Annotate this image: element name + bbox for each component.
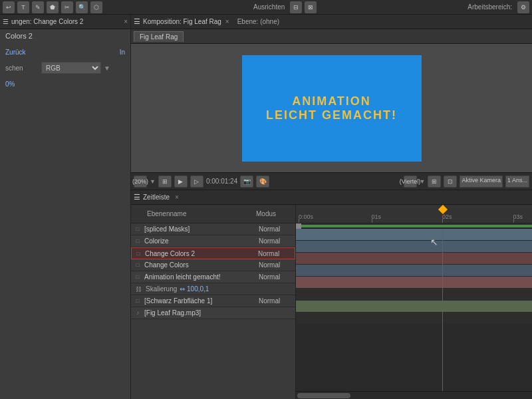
track-row-3 [296, 253, 532, 265]
layer-row-spliced[interactable]: □ [spliced Masks] Normal [131, 223, 295, 235]
layer-name-4: Change Colors [143, 261, 259, 269]
timeline-header-title: Zeitleiste [143, 194, 170, 201]
work-area-green [296, 225, 532, 227]
ans-dropdown[interactable]: 1 Ans... [505, 176, 529, 188]
comp-preview: ANIMATION LEICHT GEMACHT! [131, 44, 532, 172]
zurück-link[interactable]: Zurück [5, 49, 26, 56]
time-display: 0:00:01:24 [206, 178, 237, 185]
viertel-btn[interactable]: (Viertel) [404, 176, 417, 188]
panel-tab-label[interactable]: ungen: Change Colors 2 [11, 18, 83, 25]
viertel-label: (Viertel) [400, 178, 420, 185]
ebene-label: Ebene: (ohne) [232, 18, 279, 25]
timeline-header: ☰ Zeitleiste × [131, 190, 532, 205]
prozent-value: 0% [5, 80, 15, 88]
layer-row-skalierung: ⛓ Skalierung ⇔ 100,0,1 [131, 283, 295, 295]
comp-tab-name[interactable]: Fig Leaf Rag [134, 31, 184, 42]
toolbar-icon-4[interactable]: ⬟ [47, 1, 59, 13]
eye-icon-4[interactable]: □ [132, 260, 143, 271]
align-icon-2[interactable]: ⊠ [305, 1, 317, 13]
toolbar-icon-1[interactable]: ↩ [3, 1, 15, 13]
layer-row-change-colors[interactable]: □ Change Colors Normal [131, 259, 295, 271]
layer-row-schwarz[interactable]: □ [Schwarz Farbfläche 1] Normal [131, 295, 295, 307]
toolbar-icon-6[interactable]: 🔍 [76, 1, 88, 13]
toolbar-icon-5[interactable]: ✂ [61, 1, 73, 13]
eye-icon-1[interactable]: □ [132, 224, 143, 235]
color-btn[interactable]: 🎨 [256, 176, 269, 188]
left-panel-header: ☰ ungen: Change Colors 2 × [0, 15, 130, 29]
comp-header: ☰ Komposition: Fig Leaf Rag × Ebene: (oh… [131, 15, 532, 29]
layer-row-mp3[interactable]: ♪ [Fig Leaf Rag.mp3] [131, 307, 295, 319]
timeline-close[interactable]: × [175, 194, 179, 201]
preview-text1: ANIMATION [292, 94, 371, 108]
layer-row-colorize[interactable]: □ Colorize Normal [131, 235, 295, 247]
layer-name-5: Animation leicht gemacht! [143, 273, 259, 281]
ruler-tick-2 [442, 219, 443, 223]
toolbar-icon-3[interactable]: ✎ [32, 1, 44, 13]
layer-mode-4: Normal [259, 261, 295, 269]
track-row-skalierung [296, 289, 532, 301]
eye-icon-3[interactable]: □ [133, 248, 144, 259]
ruler-marker-3: 03s [513, 213, 523, 220]
toolbar-icon-7[interactable]: ⬡ [90, 1, 102, 13]
track-row-2 [296, 241, 532, 253]
mischen-label: schen [5, 65, 39, 72]
toggle-btn[interactable]: ⊡ [444, 176, 457, 188]
camera-btn[interactable]: 📷 [240, 176, 253, 188]
layer-row-animation[interactable]: □ Animation leicht gemacht! Normal [131, 271, 295, 283]
preview-canvas: ANIMATION LEICHT GEMACHT! [242, 55, 422, 162]
layer-mode-5: Normal [259, 273, 295, 281]
music-icon: ♪ [132, 308, 143, 319]
col-mode: Modus [256, 210, 293, 217]
rgb-dropdown[interactable]: RGB [41, 62, 101, 74]
skal-value: ⇔ 100,0,1 [180, 285, 209, 293]
ausrichten-label: Ausrichten [251, 3, 287, 11]
panel-close-button[interactable]: × [124, 18, 128, 25]
timeline-scrollbar[interactable] [296, 391, 532, 399]
chain-icon: ⛓ [134, 285, 143, 294]
ruler-marker-1: 01s [372, 213, 382, 220]
align-icon-1[interactable]: ⊟ [290, 1, 302, 13]
ram-preview-btn[interactable]: ▷ [190, 176, 203, 188]
track-bar-1 [296, 229, 532, 240]
track-bar-5 [296, 277, 532, 288]
ruler-tick-1 [372, 219, 372, 223]
eye-icon-2[interactable]: □ [132, 236, 143, 247]
preview-btn[interactable]: ▶ [174, 176, 188, 188]
effect-title-text: Colors 2 [5, 32, 33, 40]
frame-btn[interactable]: ⊞ [158, 176, 172, 188]
panel-icon: ☰ [3, 18, 9, 25]
toolbar-icon-2[interactable]: T [17, 1, 29, 13]
in-link[interactable]: In [120, 49, 125, 56]
main-layout: ☰ ungen: Change Colors 2 × Colors 2 Zurü… [0, 15, 532, 399]
layer-mode-3: Normal [258, 250, 295, 257]
track-bar-2 [296, 241, 532, 252]
track-bar-3 [296, 253, 532, 264]
comp-panel: ☰ Komposition: Fig Leaf Rag × Ebene: (oh… [131, 15, 532, 190]
control-row-prozent: 0% [5, 77, 125, 90]
zoom-dropdown-btn[interactable]: (20%) [134, 176, 147, 188]
eye-icon-7[interactable]: □ [132, 296, 143, 307]
timeline-layers: Ebenenname Modus □ [spliced Masks] Norma… [131, 205, 296, 399]
comp-panel-close[interactable]: × [225, 18, 229, 25]
track-row-8 [296, 313, 532, 325]
comp-panel-title[interactable]: Komposition: Fig Leaf Rag [143, 18, 221, 25]
timeline-body: Ebenenname Modus □ [spliced Masks] Norma… [131, 205, 532, 399]
ans-label: 1 Ans... [507, 177, 527, 184]
control-row-rgb: schen RGB ▼ [5, 61, 125, 74]
comp-controls: (20%) ▼ ⊞ ▶ ▷ 0:00:01:24 📷 🎨 (Viertel) ▼… [131, 172, 532, 190]
kamera-dropdown[interactable]: Aktive Kamera [460, 176, 503, 188]
ruler-tick-0 [299, 219, 299, 223]
effect-controls: Zurück In schen RGB ▼ 0% [0, 43, 130, 399]
layer-row-change-colors-2[interactable]: □ Change Colors 2 Normal [131, 247, 295, 259]
eye-icon-5[interactable]: □ [132, 272, 143, 283]
layer-name-2: Colorize [143, 237, 259, 245]
arbeitsbereich-icon[interactable]: ⚙ [517, 1, 529, 13]
scrollbar-thumb[interactable] [297, 393, 350, 398]
control-row-zurück: Zurück In [5, 45, 125, 59]
layer-mode-7: Normal [259, 297, 295, 305]
layer-name-1: [spliced Masks] [143, 225, 259, 233]
right-area: ☰ Komposition: Fig Leaf Rag × Ebene: (oh… [131, 15, 532, 399]
grid-btn[interactable]: ⊞ [428, 176, 441, 188]
layer-mode-2: Normal [259, 237, 295, 245]
work-start-handle[interactable] [296, 223, 301, 229]
